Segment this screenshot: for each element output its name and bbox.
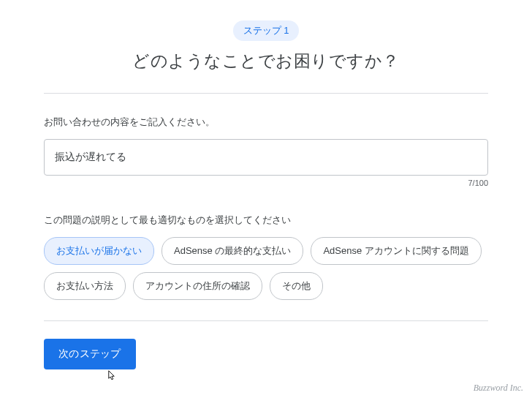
category-chips: お支払いが届かない AdSense の最終的な支払い AdSense アカウント…: [44, 237, 488, 300]
chip-adsense-final-payment[interactable]: AdSense の最終的な支払い: [162, 237, 303, 265]
inquiry-label: お問い合わせの内容をご記入ください。: [44, 116, 488, 129]
footer-brand: Buzzword Inc.: [474, 383, 523, 394]
cursor-pointer-icon: [104, 369, 117, 388]
step-badge: ステップ 1: [233, 20, 300, 41]
chip-other[interactable]: その他: [270, 272, 323, 300]
next-step-button[interactable]: 次のステップ: [44, 339, 136, 369]
chip-payment-method[interactable]: お支払い方法: [44, 272, 126, 300]
chip-payment-not-received[interactable]: お支払いが届かない: [44, 237, 154, 265]
chip-address-verification[interactable]: アカウントの住所の確認: [133, 272, 262, 300]
char-counter: 7/100: [44, 179, 488, 187]
inquiry-input[interactable]: [44, 139, 488, 176]
page-title: どのようなことでお困りですか？: [44, 50, 488, 72]
chip-adsense-account-issue[interactable]: AdSense アカウントに関する問題: [311, 237, 481, 265]
category-label: この問題の説明として最も適切なものを選択してください: [44, 214, 488, 227]
divider: [44, 93, 488, 94]
divider: [44, 320, 488, 321]
